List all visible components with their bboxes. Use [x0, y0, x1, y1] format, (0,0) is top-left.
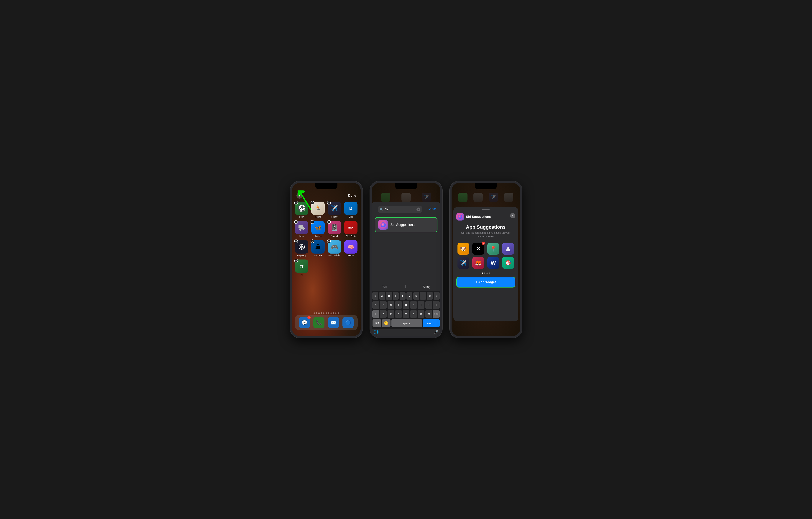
key-o[interactable]: o: [427, 292, 433, 300]
key-d[interactable]: d: [387, 301, 394, 309]
minus-journal[interactable]: −: [327, 220, 331, 224]
widget-dot: [484, 273, 485, 274]
minus-bluesky[interactable]: −: [311, 220, 314, 224]
app-perplexity[interactable]: − Perplexity: [295, 240, 309, 256]
phone-3: ✈️ Siri Suggestions ×: [450, 181, 522, 338]
key-l[interactable]: l: [433, 301, 440, 309]
suggested-app-flighty[interactable]: ✈️: [457, 257, 470, 269]
app-bh[interactable]: B&H B&H Photo: [344, 221, 358, 237]
minus-pi[interactable]: −: [294, 259, 298, 263]
app-idcheck[interactable]: − 🏛 ID Check: [311, 240, 325, 256]
page-dot: [333, 312, 334, 314]
minus-runna[interactable]: −: [311, 201, 314, 204]
key-p[interactable]: p: [434, 292, 440, 300]
dock-item-phone[interactable]: 📞: [313, 317, 324, 328]
key-k[interactable]: k: [425, 301, 432, 309]
dock-item-messages[interactable]: 💬 2: [299, 317, 310, 328]
key-delete[interactable]: ⌫: [433, 310, 440, 318]
app-gemini[interactable]: 🧠 Gemini: [344, 240, 358, 256]
key-i[interactable]: i: [420, 292, 426, 300]
app-ivory[interactable]: − 🐘 Ivory: [295, 221, 309, 237]
key-space[interactable]: space: [392, 319, 422, 327]
app-flighty[interactable]: − ✈️ Flighty: [328, 201, 341, 218]
siri-result-item[interactable]: Siri Suggestions: [375, 217, 437, 233]
suggested-app-1[interactable]: 🐶: [457, 243, 470, 255]
widget-close-button[interactable]: ×: [510, 213, 515, 218]
dock-item-mail[interactable]: ✉️: [328, 317, 339, 328]
key-y[interactable]: y: [406, 292, 412, 300]
cancel-button[interactable]: Cancel: [425, 207, 437, 211]
app-pi[interactable]: − π Pi: [295, 260, 309, 276]
key-rows: q w e r t y u i o p a s d f g h: [372, 291, 440, 329]
suggested-app-deliveroo[interactable]: 🎯: [502, 257, 515, 269]
key-w[interactable]: w: [379, 292, 385, 300]
phone3-top-apps: ✈️: [452, 191, 520, 203]
search-clear-button[interactable]: ✕: [416, 208, 420, 211]
key-n[interactable]: n: [418, 310, 425, 318]
dock-item-safari[interactable]: 🔵: [343, 317, 354, 328]
key-emoji[interactable]: 😊: [382, 319, 390, 327]
minus-perplexity[interactable]: −: [294, 240, 298, 243]
suggested-app-4[interactable]: [502, 243, 515, 255]
key-u[interactable]: u: [413, 292, 419, 300]
key-s[interactable]: s: [380, 301, 387, 309]
app-sport[interactable]: − ⚽ Sport: [295, 201, 309, 218]
page-dot: [335, 312, 337, 314]
add-widget-plus-button[interactable]: +: [296, 193, 302, 199]
keyboard-bottom-bar: 🌐 🎤: [372, 329, 440, 336]
add-widget-button[interactable]: + Add Widget: [456, 277, 515, 288]
key-row-1: q w e r t y u i o p: [373, 292, 440, 300]
app-createplay[interactable]: − 🎮 Create and Play: [328, 240, 341, 256]
search-bar[interactable]: 🔍 Siri ✕: [378, 206, 423, 213]
key-g[interactable]: g: [403, 301, 409, 309]
key-b[interactable]: b: [410, 310, 417, 318]
app-bluesky-label: Bluesky: [315, 235, 322, 237]
search-icon: 🔍: [380, 208, 384, 211]
key-v[interactable]: v: [403, 310, 409, 318]
phone-2: ✈️ 🔍 Siri ✕ Cancel: [370, 181, 442, 338]
app-journal[interactable]: − 📓 Journal: [328, 221, 341, 237]
siri-suggestions-icon: [456, 213, 464, 220]
dock: 💬 2 📞 ✉️ 🔵: [295, 315, 358, 330]
minus-ivory[interactable]: −: [294, 220, 298, 224]
globe-icon[interactable]: 🌐: [374, 330, 379, 334]
minus-idcheck[interactable]: −: [311, 240, 314, 243]
app-bing[interactable]: B Bing: [344, 201, 358, 218]
phone-1: + Done − ⚽ Sport − 🏃: [290, 181, 362, 338]
key-j[interactable]: j: [418, 301, 425, 309]
key-q[interactable]: q: [372, 292, 378, 300]
app-bluesky[interactable]: − 🦋 Bluesky: [311, 221, 325, 237]
done-button[interactable]: Done: [348, 194, 356, 197]
key-search[interactable]: search: [423, 319, 440, 327]
key-e[interactable]: e: [386, 292, 392, 300]
minus-createplay[interactable]: −: [327, 240, 331, 243]
key-h[interactable]: h: [410, 301, 417, 309]
autocorrect-quoted[interactable]: "Siri": [379, 284, 391, 290]
key-r[interactable]: r: [393, 292, 399, 300]
app-perplexity-label: Perplexity: [297, 254, 306, 256]
app-runna[interactable]: − 🏃 Runna: [311, 201, 325, 218]
mic-icon[interactable]: 🎤: [434, 330, 439, 334]
key-num[interactable]: 123: [373, 319, 381, 327]
suggested-app-firefox[interactable]: 🦊: [472, 257, 485, 269]
key-shift[interactable]: ⇧: [372, 310, 379, 318]
autocorrect-siring[interactable]: Siring: [420, 284, 433, 290]
minus-sport[interactable]: −: [294, 201, 298, 204]
app-suggestions-subtitle: Get app launch suggestions based on your…: [454, 231, 518, 241]
key-z[interactable]: z: [380, 310, 387, 318]
search-bar-row: 🔍 Siri ✕ Cancel: [372, 201, 440, 216]
key-x[interactable]: x: [387, 310, 394, 318]
suggested-app-x[interactable]: ✕ 2: [472, 243, 485, 255]
suggested-app-maps[interactable]: 📍: [487, 243, 500, 255]
key-f[interactable]: f: [395, 301, 402, 309]
key-a[interactable]: a: [372, 301, 379, 309]
page-dot: [330, 312, 332, 314]
key-c[interactable]: c: [395, 310, 402, 318]
page-dot: [326, 312, 327, 314]
app-idcheck-label: ID Check: [314, 254, 322, 256]
suggested-app-word[interactable]: W: [487, 257, 500, 269]
minus-flighty[interactable]: −: [327, 201, 331, 204]
key-m[interactable]: m: [425, 310, 432, 318]
app-journal-label: Journal: [331, 235, 338, 237]
key-t[interactable]: t: [400, 292, 406, 300]
